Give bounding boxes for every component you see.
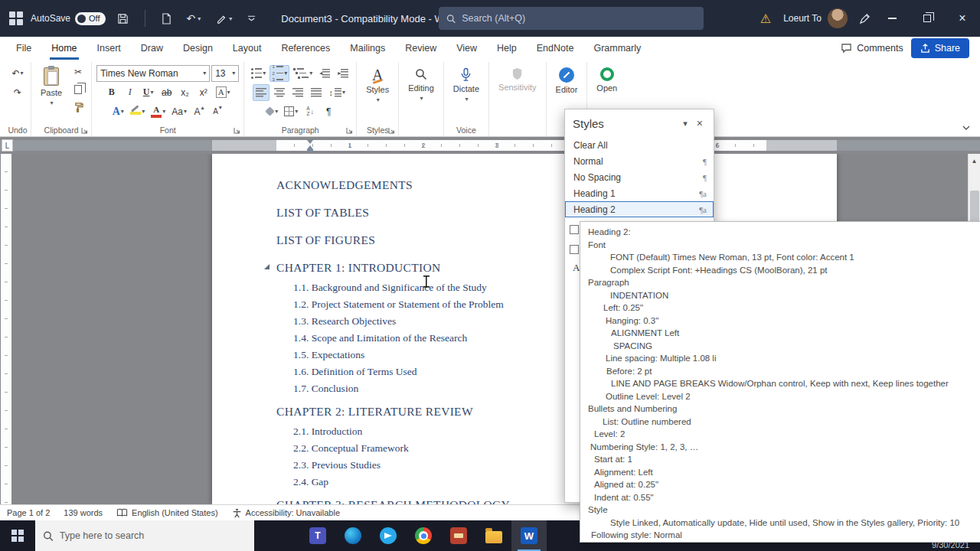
- autosave-toggle[interactable]: AutoSave Off: [31, 12, 106, 25]
- taskbar-search-input[interactable]: [60, 530, 247, 541]
- word-app-icon[interactable]: [9, 11, 23, 25]
- grow-font-button[interactable]: A▴: [191, 103, 207, 120]
- pen-mode-button[interactable]: [855, 7, 874, 30]
- quick-draw-button[interactable]: ▾: [212, 7, 236, 30]
- left-indent-marker[interactable]: [307, 149, 313, 152]
- first-line-indent-marker[interactable]: [307, 140, 313, 144]
- increase-indent-button[interactable]: ▸: [335, 65, 351, 82]
- comments-button[interactable]: Comments: [841, 43, 903, 54]
- align-right-button[interactable]: [289, 84, 306, 101]
- font-size-combo[interactable]: 13▾: [211, 65, 239, 82]
- redo-button[interactable]: ↷: [9, 84, 26, 101]
- copy-button[interactable]: [70, 81, 87, 98]
- taskbar-file-explorer-button[interactable]: [476, 520, 511, 551]
- paste-button[interactable]: Paste ▾: [36, 64, 67, 106]
- ribbon-tab[interactable]: Grammarly: [583, 37, 651, 60]
- superscript-button[interactable]: x²: [195, 84, 212, 101]
- numbering-button[interactable]: 123 ▾: [270, 65, 289, 82]
- multilevel-list-button[interactable]: ▾: [291, 65, 315, 82]
- ribbon-tab[interactable]: View: [446, 37, 487, 60]
- cut-button[interactable]: ✂: [70, 64, 87, 80]
- style-entry[interactable]: No Spacing ¶: [565, 169, 714, 185]
- avatar[interactable]: [828, 8, 848, 28]
- search-input[interactable]: [462, 13, 696, 24]
- account-name-button[interactable]: Loeurt To: [783, 13, 822, 24]
- shading-button[interactable]: ▾: [263, 103, 280, 120]
- taskbar-red-app-button[interactable]: [441, 520, 476, 551]
- decrease-indent-button[interactable]: ◂: [316, 65, 333, 82]
- taskbar-telegram-button[interactable]: [371, 520, 406, 551]
- taskbar-search[interactable]: [35, 520, 254, 551]
- taskbar-teams-button[interactable]: T: [300, 520, 335, 551]
- font-name-combo[interactable]: Times New Roman▾: [96, 65, 210, 82]
- styles-dialog-launcher[interactable]: [387, 126, 397, 135]
- tab-selector[interactable]: L: [2, 139, 13, 152]
- document-line[interactable]: LIST OF TABLES: [276, 206, 806, 219]
- accessibility-status[interactable]: Accessibility: Unavailable: [225, 505, 348, 520]
- character-border-button[interactable]: A▾: [214, 84, 233, 101]
- collapse-triangle-icon[interactable]: [264, 264, 270, 269]
- collapse-ribbon-button[interactable]: [962, 122, 971, 133]
- editing-button[interactable]: Editing ▾: [403, 64, 439, 102]
- paragraph-dialog-launcher[interactable]: [345, 126, 354, 135]
- underline-button[interactable]: U▾: [140, 84, 157, 101]
- minimize-button[interactable]: [874, 0, 910, 37]
- styles-pane-close-button[interactable]: ×: [692, 116, 707, 131]
- taskbar-edge-button[interactable]: [335, 520, 371, 551]
- customize-quick-access-button[interactable]: [243, 7, 260, 30]
- page-number-status[interactable]: Page 1 of 2: [0, 505, 57, 520]
- align-center-button[interactable]: [271, 84, 288, 101]
- titlebar-search[interactable]: [439, 7, 704, 30]
- document-line[interactable]: ACKNOWLEDGEMENTS: [276, 178, 806, 191]
- scroll-up-button[interactable]: ▲: [969, 155, 980, 166]
- align-left-button[interactable]: [253, 84, 270, 101]
- bullets-button[interactable]: ▾: [249, 65, 268, 82]
- strikethrough-button[interactable]: ab: [158, 84, 175, 101]
- word-count-status[interactable]: 139 words: [57, 505, 109, 520]
- font-dialog-launcher[interactable]: [233, 126, 242, 135]
- font-color-button[interactable]: A▾: [149, 103, 168, 120]
- ribbon-tab[interactable]: Mail­ings: [340, 37, 395, 60]
- open-addin-button[interactable]: Open: [592, 64, 622, 93]
- taskbar-chrome-button[interactable]: [406, 520, 441, 551]
- undo-button[interactable]: ↶▾: [9, 65, 26, 82]
- ribbon-tab[interactable]: File: [6, 37, 41, 60]
- quick-undo-button[interactable]: ↶▾: [183, 7, 205, 30]
- editor-button[interactable]: Editor: [551, 64, 583, 94]
- share-button[interactable]: Share: [911, 38, 969, 58]
- show-preview-checkbox[interactable]: [570, 225, 579, 234]
- ribbon-tab[interactable]: Layout: [223, 37, 272, 60]
- dictate-button[interactable]: Dictate ▾: [449, 64, 484, 103]
- sensitivity-button[interactable]: Sensitivity: [494, 64, 541, 92]
- italic-button[interactable]: I: [122, 84, 139, 101]
- ribbon-tab[interactable]: Design: [173, 37, 223, 60]
- ribbon-tab[interactable]: EndNote: [527, 37, 584, 60]
- style-entry[interactable]: Heading 1 ¶a: [565, 185, 714, 201]
- line-spacing-button[interactable]: ↕▾: [326, 84, 348, 101]
- vertical-ruler[interactable]: [1, 154, 11, 504]
- ribbon-tab[interactable]: Insert: [87, 37, 131, 60]
- horizontal-ruler[interactable]: 1 2 3 4 5 6 L: [0, 137, 980, 154]
- taskbar-word-button[interactable]: W: [511, 520, 547, 551]
- restore-button[interactable]: [910, 0, 945, 37]
- clipboard-dialog-launcher[interactable]: [80, 126, 90, 135]
- sort-button[interactable]: AZ↓: [302, 103, 318, 120]
- bold-button[interactable]: B: [103, 84, 120, 101]
- close-button[interactable]: ×: [945, 0, 980, 37]
- change-case-button[interactable]: Aa▾: [169, 103, 189, 120]
- new-document-button[interactable]: [158, 7, 175, 30]
- justify-button[interactable]: [308, 84, 325, 101]
- text-highlight-button[interactable]: ▾: [128, 103, 147, 120]
- disable-linked-styles-checkbox[interactable]: [570, 245, 579, 254]
- start-button[interactable]: [0, 520, 35, 551]
- ribbon-tab[interactable]: Help: [487, 37, 527, 60]
- show-paragraph-marks-button[interactable]: ¶: [320, 103, 337, 120]
- ribbon-tab[interactable]: Home: [41, 37, 87, 60]
- style-entry[interactable]: Normal ¶: [565, 153, 714, 169]
- style-entry[interactable]: Heading 2 ¶a: [565, 201, 714, 217]
- save-button[interactable]: [113, 7, 132, 30]
- text-effects-button[interactable]: A▾: [109, 103, 126, 120]
- notification-warning-button[interactable]: ⚠: [754, 11, 777, 26]
- format-painter-button[interactable]: [70, 99, 87, 116]
- ribbon-tab[interactable]: Review: [395, 37, 446, 60]
